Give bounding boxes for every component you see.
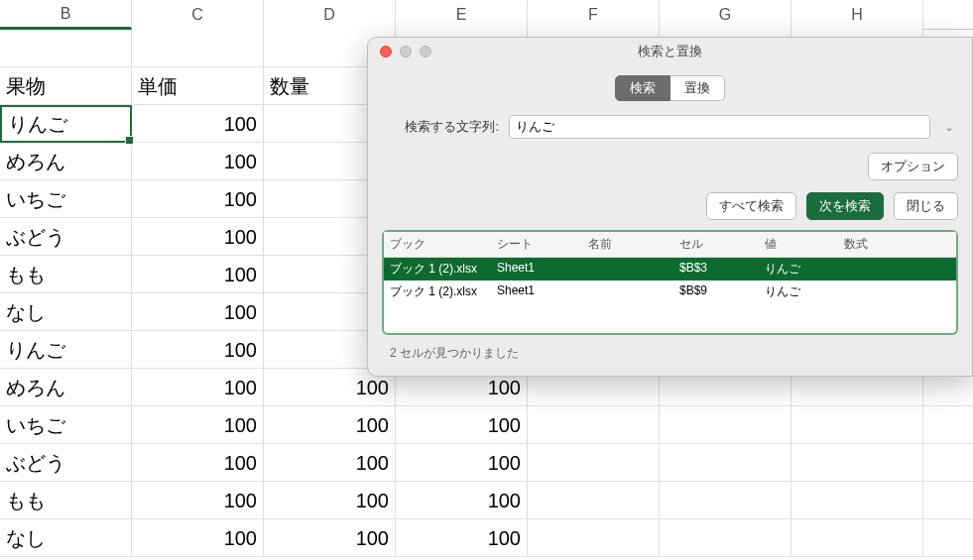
cell[interactable]: 100 [132,369,264,406]
cell[interactable]: めろん [0,143,132,180]
cell[interactable] [528,519,660,557]
cell[interactable]: なし [0,293,132,331]
status-text: 2 セルが見つかりました [382,341,958,366]
cell[interactable]: 100 [132,218,264,256]
search-dropdown-icon[interactable]: ⌄ [940,115,958,139]
cell[interactable]: 100 [396,444,528,482]
cell[interactable]: 100 [264,482,396,519]
table-row: いちご100100100 [0,406,973,444]
cell[interactable]: ぶどう [0,444,132,482]
cell[interactable]: 100 [396,406,528,444]
results-panel: ブック シート 名前 セル 値 数式 ブック 1 (2).xlsxSheet1$… [382,230,958,335]
cell[interactable] [528,444,660,482]
column-header-B[interactable]: B [0,0,132,30]
cell[interactable]: 100 [132,143,264,180]
cell[interactable] [791,406,923,444]
cell[interactable]: いちご [0,180,132,218]
find-replace-dialog: 検索と置換 検索 置換 検索する文字列: りんご ⌄ オプション すべて検索 次… [367,37,973,377]
cell[interactable]: 100 [132,482,264,519]
results-header: ブック シート 名前 セル 値 数式 [384,232,956,258]
cell[interactable] [660,406,791,444]
cell[interactable] [528,482,660,519]
cell[interactable]: 100 [132,331,264,369]
column-header-C[interactable]: C [132,0,264,30]
cell[interactable] [660,482,791,519]
dialog-titlebar: 検索と置換 [368,38,972,65]
search-input[interactable]: りんご [509,115,930,139]
cell[interactable] [791,519,923,557]
column-header-G[interactable]: G [660,0,791,30]
table-row: なし100100100 [0,519,973,557]
cell[interactable] [132,30,264,67]
column-headers: BCDEFGH [0,0,973,30]
cell[interactable]: 100 [132,105,264,143]
table-row: ぶどう100100100 [0,444,973,482]
cell[interactable]: 100 [132,444,264,482]
cell[interactable]: 単価 [132,67,264,105]
cell[interactable]: めろん [0,369,132,406]
cell[interactable]: 100 [132,256,264,293]
cell[interactable]: りんご [0,331,132,369]
column-header-E[interactable]: E [396,0,528,30]
result-row[interactable]: ブック 1 (2).xlsxSheet1$B$9りんご [384,280,956,303]
cell[interactable]: 100 [132,406,264,444]
tab-replace[interactable]: 置換 [670,75,725,101]
cell[interactable]: もも [0,256,132,293]
search-label: 検索する文字列: [382,118,499,136]
cell[interactable]: なし [0,519,132,557]
cell[interactable]: 100 [264,444,396,482]
column-header-F[interactable]: F [528,0,660,30]
cell[interactable]: 100 [396,519,528,557]
cell[interactable]: もも [0,482,132,519]
cell[interactable]: 100 [132,180,264,218]
cell[interactable] [791,482,923,519]
column-header-H[interactable]: H [791,0,923,30]
cell[interactable] [791,444,923,482]
cell[interactable] [528,406,660,444]
find-next-button[interactable]: 次を検索 [806,192,884,220]
dialog-tabs: 検索 置換 [382,75,958,101]
dialog-title: 検索と置換 [368,43,972,60]
cell[interactable] [0,30,132,67]
cell[interactable]: りんご [0,105,132,143]
cell[interactable] [660,519,791,557]
cell[interactable]: 100 [396,482,528,519]
options-button[interactable]: オプション [868,153,958,180]
cell[interactable]: 100 [132,519,264,557]
table-row: もも100100100 [0,482,973,519]
cell[interactable]: 100 [264,519,396,557]
find-all-button[interactable]: すべて検索 [706,192,796,220]
cell[interactable] [660,444,791,482]
cell[interactable]: 果物 [0,67,132,105]
cell[interactable]: 100 [264,406,396,444]
result-row[interactable]: ブック 1 (2).xlsxSheet1$B$3りんご [384,258,956,280]
cell[interactable]: いちご [0,406,132,444]
cell[interactable]: ぶどう [0,218,132,256]
close-button[interactable]: 閉じる [894,192,958,220]
cell[interactable]: 100 [132,293,264,331]
column-header-D[interactable]: D [264,0,396,30]
tab-search[interactable]: 検索 [615,75,670,101]
